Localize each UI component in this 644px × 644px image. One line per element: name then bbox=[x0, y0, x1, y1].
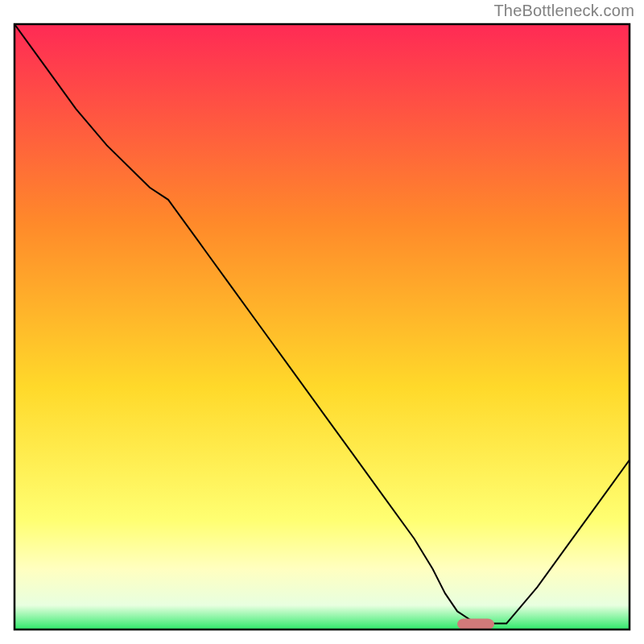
optimum-marker bbox=[457, 618, 494, 630]
watermark-text: TheBottleneck.com bbox=[493, 2, 634, 20]
heat-gradient bbox=[14, 24, 630, 630]
bottleneck-chart bbox=[0, 0, 644, 644]
